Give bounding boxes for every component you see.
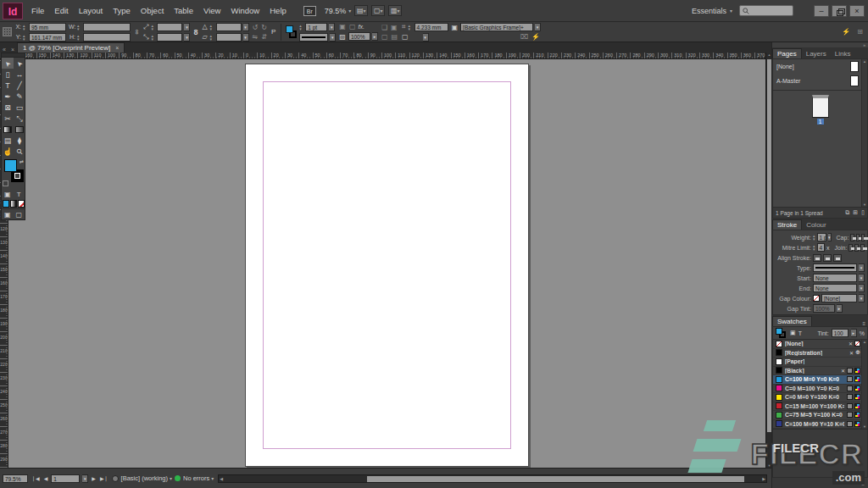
new-swatch-icon[interactable]: ⊞ — [852, 480, 857, 486]
screen-mode-icon[interactable]: ▢▾ — [371, 5, 385, 16]
link-scale-icon[interactable]: 8 — [192, 28, 198, 36]
swatch-row[interactable]: C=0 M=100 Y=0 K=0 ✕ ⊕ — [773, 385, 867, 394]
workspace-switcher[interactable]: Essentials ▾ — [692, 7, 732, 15]
align-outside-icon[interactable] — [833, 254, 842, 262]
pen-tool[interactable]: ✒ — [2, 91, 14, 102]
scale-y-field[interactable] — [157, 33, 182, 42]
gap-tool[interactable]: ↔ — [14, 69, 25, 80]
edit-page-size-icon[interactable]: ⧉ — [845, 209, 849, 216]
screen-mode-toggle-icon[interactable]: ▢ — [14, 209, 25, 219]
round-cap-icon[interactable] — [856, 234, 860, 241]
menu-item[interactable]: File — [26, 6, 49, 15]
page-tool[interactable]: ▯ — [2, 69, 14, 80]
rotation-angle-field[interactable] — [216, 23, 242, 31]
gap-tint-field[interactable]: 100% — [813, 304, 835, 313]
swatch-row[interactable]: C=100 M=90 Y=10 K=0 ✕ ⊕ — [773, 420, 867, 430]
fill-swatch[interactable] — [286, 25, 293, 33]
line-tool[interactable]: ╱ — [14, 80, 25, 91]
horizontal-scrollbar[interactable]: ◀ ▶ — [218, 474, 767, 483]
minimize-button[interactable]: – — [814, 5, 829, 17]
apply-gradient-button[interactable] — [10, 200, 17, 208]
gradient-feather-tool[interactable] — [14, 124, 25, 135]
select-container-icon[interactable]: ▣ — [338, 23, 347, 30]
menu-item[interactable]: Object — [136, 6, 169, 15]
free-transform-tool[interactable]: ⤡ — [14, 113, 25, 124]
apply-colour-button[interactable] — [3, 200, 9, 208]
menu-item[interactable]: Help — [264, 6, 292, 15]
fill-stroke-mini[interactable] — [776, 328, 787, 338]
swatch-row[interactable]: C=100 M=0 Y=0 K=0 ✕ ⊕ — [773, 375, 867, 385]
master-page-row[interactable]: [None] — [773, 59, 867, 74]
swatches-scrollbar[interactable]: ▲▼ — [861, 340, 867, 429]
direct-selection-tool[interactable]: ➤ — [14, 58, 25, 69]
arrange-documents-icon[interactable]: ▥▾ — [388, 5, 402, 16]
stroke-weight-field[interactable]: 1 pt — [305, 23, 327, 31]
panel-tab[interactable]: Layers — [802, 49, 831, 58]
gradient-swatch-tool[interactable] — [2, 124, 14, 135]
search-input[interactable] — [739, 5, 793, 16]
flip-horizontal-icon[interactable]: ⇋ — [252, 33, 259, 41]
default-fill-stroke-icon[interactable] — [3, 180, 8, 186]
quick-apply-icon[interactable]: ⚡ — [531, 33, 541, 41]
swatch-row[interactable]: [None] ✕ ⊕ — [773, 340, 867, 349]
page-number-caret[interactable]: ▾ — [82, 474, 88, 483]
pencil-tool[interactable]: ✎ — [14, 91, 25, 102]
pasteboard[interactable] — [8, 59, 765, 468]
preflight-icon[interactable] — [112, 475, 119, 482]
fill-stroke-mini[interactable] — [286, 25, 297, 39]
x-position-field[interactable]: 95 mm — [29, 23, 66, 31]
page-thumbnail[interactable] — [812, 95, 829, 118]
zoom-level-dropdown[interactable]: 79.5% ▾ — [325, 7, 352, 15]
gap-colour-field[interactable]: [None] — [821, 294, 857, 302]
wrap-icon[interactable]: ▣ — [390, 24, 398, 31]
menu-item[interactable]: Edit — [49, 6, 73, 15]
bridge-icon[interactable]: Br — [303, 6, 316, 16]
type-tool[interactable]: T — [2, 80, 14, 91]
flip-vertical-icon[interactable]: ⇵ — [260, 33, 268, 41]
end-arrowhead-field[interactable]: None — [813, 284, 857, 292]
swatch-row[interactable]: [Registration] ✕ ⊕ — [773, 349, 867, 358]
panel-tab[interactable]: Stroke — [772, 219, 802, 230]
projecting-cap-icon[interactable] — [861, 234, 865, 241]
zoom-tool[interactable]: ⚲ — [14, 146, 25, 157]
preflight-status-dropdown[interactable]: No errors ▾ — [183, 474, 214, 482]
restore-button[interactable] — [832, 5, 847, 17]
page-1-item[interactable]: 1 — [773, 95, 867, 125]
page-canvas[interactable] — [245, 64, 529, 467]
bevel-join-icon[interactable] — [860, 244, 865, 252]
menu-item[interactable]: Layout — [74, 6, 108, 15]
start-arrowhead-field[interactable]: None — [813, 274, 857, 282]
view-options-icon[interactable]: ▤▾ — [354, 5, 368, 16]
preflight-profile-dropdown[interactable]: [Basic] (working) ▾ — [121, 474, 172, 482]
align-centre-icon[interactable] — [813, 254, 821, 262]
butt-cap-icon[interactable] — [850, 234, 854, 241]
vertical-scrollbar[interactable]: ▲ ▼ — [765, 53, 771, 468]
fill-color-swatch[interactable] — [4, 159, 17, 172]
hand-tool[interactable]: ☝ — [2, 146, 14, 157]
panel-tab[interactable]: Colour — [802, 220, 831, 230]
status-zoom-field[interactable]: 79.5% — [3, 474, 28, 483]
normal-view-mode-icon[interactable]: ▣ — [2, 209, 14, 219]
height-field[interactable] — [83, 33, 131, 42]
swap-fill-stroke-icon[interactable]: ⇄ — [19, 158, 24, 164]
swatch-row[interactable]: C=0 M=0 Y=100 K=0 ✕ ⊕ — [773, 393, 867, 402]
swatch-row[interactable]: C=15 M=100 Y=100 K=0 ✕ ⊕ — [773, 402, 867, 412]
close-icon[interactable]: × — [115, 45, 119, 51]
horizontal-scrollbar-thumb[interactable] — [367, 476, 745, 482]
page-number-field[interactable]: 1 — [51, 474, 80, 483]
swatch-row[interactable]: C=75 M=5 Y=100 K=0 ✕ ⊕ — [773, 411, 867, 420]
menu-item[interactable]: Type — [108, 6, 136, 15]
note-tool[interactable]: ▤ — [2, 135, 14, 146]
select-content-icon[interactable]: ▢ — [348, 23, 357, 30]
formatting-affects-container-icon[interactable]: ▣ — [2, 189, 14, 199]
last-page-button[interactable]: ▶❘ — [99, 475, 109, 481]
eyedropper-tool[interactable]: ⧫ — [14, 135, 25, 146]
wrap-around-icon[interactable]: ▤ — [390, 33, 398, 41]
rectangle-tool[interactable]: ▭ — [14, 102, 25, 113]
rectangle-frame-tool[interactable]: ⊠ — [2, 102, 14, 113]
tint-field[interactable]: 100 — [832, 329, 849, 337]
master-page-row[interactable]: A-Master — [773, 74, 867, 88]
reference-point-proxy[interactable] — [3, 27, 12, 36]
panel-tab[interactable]: Links — [831, 49, 855, 58]
formatting-text-icon[interactable]: T — [798, 330, 802, 336]
